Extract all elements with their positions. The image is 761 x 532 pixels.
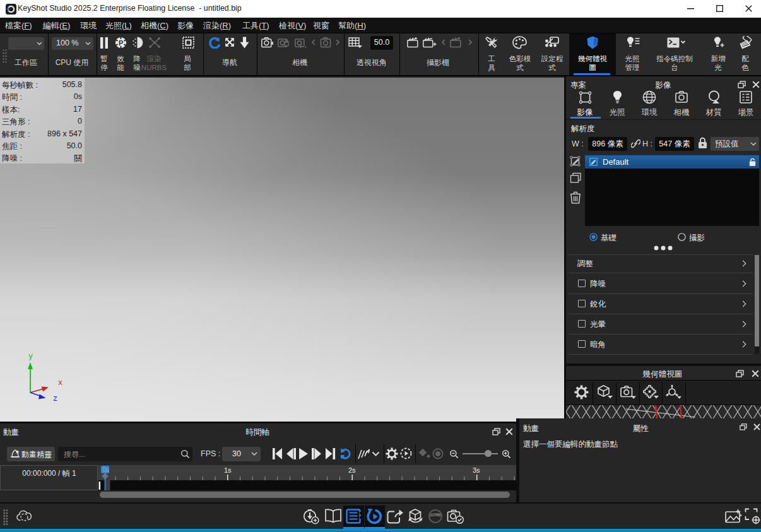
svg-text:2s: 2s xyxy=(348,466,356,474)
svg-text:y: y xyxy=(28,352,33,361)
svg-text:x: x xyxy=(58,379,62,387)
svg-text:1s: 1s xyxy=(224,466,232,474)
svg-text:0s: 0s xyxy=(102,466,109,473)
svg-text:P: P xyxy=(119,39,123,47)
svg-text:3s: 3s xyxy=(473,466,480,474)
svg-text:z: z xyxy=(53,394,57,403)
